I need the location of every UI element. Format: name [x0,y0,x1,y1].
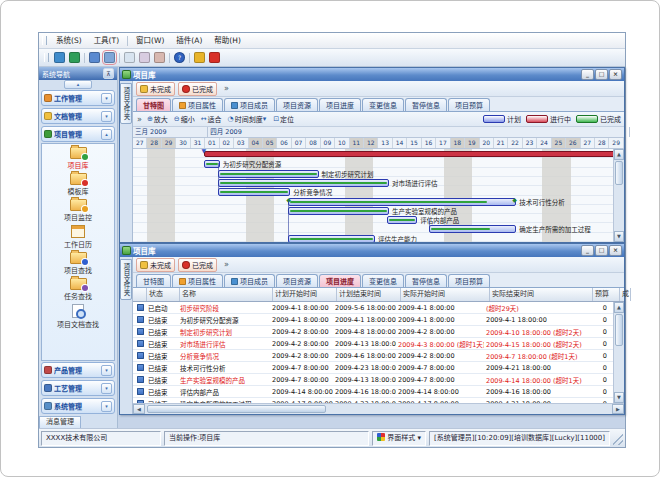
project-folder-tab[interactable]: 项目文件夹 [120,83,132,124]
column-header-7[interactable]: 成 [620,288,631,301]
sidebar-section-bottom-1[interactable]: 工艺管理▾ [41,380,115,396]
tab-4[interactable]: 项目进度 [319,98,361,111]
scroll-right-icon[interactable]: ▶ [612,404,624,414]
table-row[interactable]: 已结束为初步研究分配资源2009-4-1 8:00:002009-4-1 18:… [133,314,613,326]
gantt-tool-2[interactable]: ↔适合 [201,114,222,124]
gantt-bar-4[interactable] [218,188,291,196]
tab-0[interactable]: 甘特图 [136,98,171,111]
gantt-tool-0[interactable]: ⊕放大 [147,114,168,124]
gantt-bar-3[interactable] [218,179,389,187]
sidebar-item-3[interactable]: 工作日历 [64,225,92,249]
close-button[interactable]: × [609,245,622,256]
gantt-tool-4[interactable]: ⊡定位 [273,114,294,124]
table-row[interactable]: 已结束分析竞争情况2009-4-2 8:00:002009-4-6 18:00:… [133,350,613,362]
unfinished-button[interactable]: 未完成 [136,82,175,96]
gantt-tool-1[interactable]: ⊖缩小 [174,114,195,124]
scroll-down-icon[interactable]: ▼ [614,392,624,403]
computer-icon[interactable] [54,52,65,63]
scroll-thumb[interactable] [147,405,326,413]
table-row[interactable]: 已结束制定初步研究计划2009-4-2 8:00:002009-4-8 18:0… [133,326,613,338]
sidebar-section-top-1[interactable]: 文档管理▾ [41,108,115,124]
window-titlebar-gantt[interactable]: 项目库_□× [120,68,624,81]
minimize-button[interactable]: _ [581,69,594,80]
toolbar-overflow-icon[interactable]: » [224,260,229,269]
exit-icon[interactable] [209,52,220,63]
unfinished-button[interactable]: 未完成 [136,258,175,272]
tab-3[interactable]: 项目资源 [276,274,318,287]
style-button[interactable]: 界面样式 ▾ [372,431,426,446]
chevron-icon[interactable]: ▾ [101,93,112,104]
scroll-left-icon[interactable]: ◀ [133,404,145,414]
table-row[interactable]: 已结束评估内部产品2009-4-14 8:00:002009-4-16 18:0… [133,386,613,398]
table-row[interactable]: 已结束对市场进行评估2009-4-2 8:00:002009-4-13 18:0… [133,338,613,350]
tab-7[interactable]: 项目预算 [448,274,490,287]
table-row[interactable]: 已启动初步研究阶段2009-4-1 8:00:002009-5-6 18:00:… [133,302,613,314]
tab-6[interactable]: 暂停信息 [405,98,447,111]
menu-item-2[interactable]: 工具(T) [88,34,125,48]
sidebar-section-top-2[interactable]: 项目管理▴ [41,126,115,142]
sidebar-section-bottom-0[interactable]: 产品管理▾ [41,362,115,378]
sidebar-item-0[interactable]: 项目库 [68,147,89,170]
table-row[interactable]: 已结束技术可行性分析2009-4-7 8:00:002009-4-23 18:0… [133,362,613,374]
scroll-thumb[interactable] [615,161,623,185]
sidebar-item-5[interactable]: 任务查找 [64,278,92,301]
scroll-up-icon[interactable]: ▲ [614,302,624,313]
sidebar-item-1[interactable]: 模板库 [68,173,89,196]
doc-new-icon[interactable] [124,52,135,63]
chevron-icon[interactable]: ▾ [101,365,112,376]
tab-7[interactable]: 项目预算 [448,98,490,111]
menu-item-4[interactable]: 插件(A) [170,34,208,48]
doc-open-icon[interactable] [139,52,150,63]
tab-5[interactable]: 变更信息 [362,274,404,287]
doc-close-icon[interactable] [154,52,165,63]
tab-1[interactable]: 项目属性 [172,98,223,111]
folder-icon[interactable] [89,52,100,63]
maximize-button[interactable]: □ [595,69,608,80]
sidebar-item-2[interactable]: 项目监控 [64,199,92,222]
gantt-bar-0[interactable] [204,151,613,157]
tab-2[interactable]: 项目成员 [224,274,275,287]
collapse-button[interactable]: ▴ [64,80,92,89]
sidebar-item-4[interactable]: 项目查找 [64,252,92,275]
sidebar-item-6[interactable]: 项目文档查找 [57,304,99,329]
minimize-button[interactable]: _ [581,245,594,256]
column-header-6[interactable]: 预算 [593,288,620,301]
column-header-0[interactable]: 状态 [147,288,180,301]
column-header-3[interactable]: 计划结束时间 [337,288,401,301]
gantt-bar-9[interactable] [288,235,375,242]
column-header-1[interactable]: 名称 [180,288,273,301]
gantt-bar-7[interactable] [387,216,417,224]
menu-item-5[interactable]: 帮助(H) [208,34,247,48]
column-header-4[interactable]: 实际开始时间 [401,288,490,301]
pin-icon[interactable]: ⊼ [103,68,114,79]
save-icon[interactable] [104,52,115,63]
window-titlebar-table[interactable]: 项目库_□× [120,244,624,257]
gantt-bar-5[interactable] [288,198,516,206]
chevron-icon[interactable]: ▾ [101,383,112,394]
gantt-bar-8[interactable] [429,225,516,233]
sidebar-section-bottom-2[interactable]: 系统管理▾ [41,398,115,414]
tab-message-management[interactable]: 消息管理 [39,416,81,428]
table-hscrollbar[interactable]: ◀▶ [133,403,624,414]
finished-button[interactable]: 已完成 [178,82,217,96]
tab-4[interactable]: 项目进度 [319,274,361,287]
lock-icon[interactable] [194,52,205,63]
scroll-up-icon[interactable]: ▲ [614,149,624,160]
scroll-thumb[interactable] [615,314,623,346]
tab-6[interactable]: 暂停信息 [405,274,447,287]
finished-button[interactable]: 已完成 [178,258,217,272]
toolbar-overflow-icon[interactable]: » [224,84,229,93]
scroll-down-icon[interactable]: ▼ [614,231,624,242]
table-vscrollbar[interactable]: ▲▼ [613,302,624,403]
chevron-icon[interactable]: ▴ [101,129,112,140]
table-row[interactable]: 已结束生产实验室规模的产品2009-4-7 8:00:002009-4-13 1… [133,374,613,386]
tab-5[interactable]: 变更信息 [362,98,404,111]
tab-2[interactable]: 项目成员 [224,98,275,111]
gantt-bar-6[interactable] [288,207,389,215]
sidebar-section-top-0[interactable]: 工作管理▾ [41,90,115,106]
resize-grip[interactable] [613,432,623,445]
tab-0[interactable]: 甘特图 [136,274,171,287]
close-button[interactable]: × [609,69,622,80]
tab-3[interactable]: 项目资源 [276,98,318,111]
project-folder-tab[interactable]: 项目文件夹 [120,259,132,300]
